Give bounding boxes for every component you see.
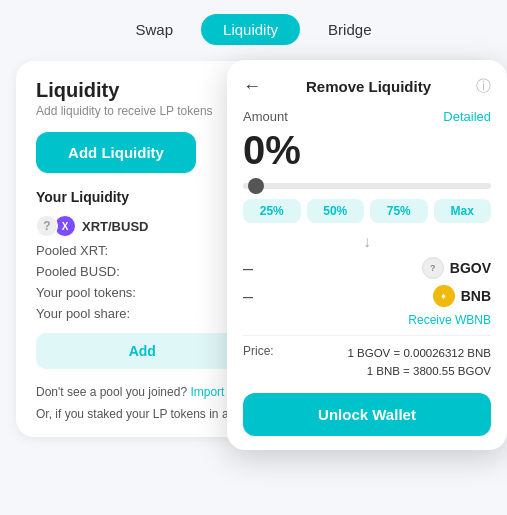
popup-header: ← Remove Liquidity ⓘ bbox=[243, 76, 491, 97]
popup-title: Remove Liquidity bbox=[306, 78, 431, 95]
price-row: Price: 1 BGOV = 0.00026312 BNB 1 BNB = 3… bbox=[243, 344, 491, 381]
price-line2: 1 BNB = 3800.55 BGOV bbox=[347, 362, 491, 380]
token2-right: ♦ BNB bbox=[433, 285, 491, 307]
page-subtitle: Add liquidity to receive LP tokens bbox=[36, 104, 213, 118]
bgov-icon: ? bbox=[422, 257, 444, 279]
percent-display: 0% bbox=[243, 128, 491, 173]
token2-name: BNB bbox=[461, 288, 491, 304]
token2-row: – ♦ BNB bbox=[243, 285, 491, 307]
bnb-icon: ♦ bbox=[433, 285, 455, 307]
question-icon: ? bbox=[36, 215, 58, 237]
pool-tokens-label: Your pool tokens: bbox=[36, 285, 136, 300]
tab-bridge[interactable]: Bridge bbox=[306, 14, 393, 45]
info-icon[interactable]: ⓘ bbox=[476, 77, 491, 96]
slider-track[interactable] bbox=[243, 183, 491, 189]
arrow-down-icon: ↓ bbox=[243, 233, 491, 251]
receive-wbnb-link[interactable]: Receive WBNB bbox=[243, 313, 491, 327]
pair-label: XRT/BUSD bbox=[82, 219, 148, 234]
detailed-link[interactable]: Detailed bbox=[443, 109, 491, 124]
page-title: Liquidity bbox=[36, 79, 213, 102]
price-values: 1 BGOV = 0.00026312 BNB 1 BNB = 3800.55 … bbox=[347, 344, 491, 381]
amount-label: Amount bbox=[243, 109, 288, 124]
amount-row: Amount Detailed bbox=[243, 109, 491, 124]
pair-icons: ? X bbox=[36, 215, 76, 237]
token1-row: – ? BGOV bbox=[243, 257, 491, 279]
token1-name: BGOV bbox=[450, 260, 491, 276]
percent-buttons: 25% 50% 75% Max bbox=[243, 199, 491, 223]
percent-max-button[interactable]: Max bbox=[434, 199, 492, 223]
back-button[interactable]: ← bbox=[243, 76, 261, 97]
price-line1: 1 BGOV = 0.00026312 BNB bbox=[347, 344, 491, 362]
top-nav: Swap Liquidity Bridge bbox=[0, 0, 507, 55]
tab-swap[interactable]: Swap bbox=[114, 14, 196, 45]
add-liquidity-button[interactable]: Add Liquidity bbox=[36, 132, 196, 173]
token2-value: – bbox=[243, 286, 253, 307]
percent-50-button[interactable]: 50% bbox=[307, 199, 365, 223]
tab-liquidity[interactable]: Liquidity bbox=[201, 14, 300, 45]
card-title-block: Liquidity Add liquidity to receive LP to… bbox=[36, 79, 213, 118]
slider-thumb[interactable] bbox=[248, 178, 264, 194]
token1-value: – bbox=[243, 258, 253, 279]
pooled-busd-label: Pooled BUSD: bbox=[36, 264, 120, 279]
token1-right: ? BGOV bbox=[422, 257, 491, 279]
remove-liquidity-popup: ← Remove Liquidity ⓘ Amount Detailed 0% … bbox=[227, 60, 507, 450]
unlock-wallet-button[interactable]: Unlock Wallet bbox=[243, 393, 491, 436]
pool-share-label: Your pool share: bbox=[36, 306, 130, 321]
percent-75-button[interactable]: 75% bbox=[370, 199, 428, 223]
add-button[interactable]: Add bbox=[36, 333, 249, 369]
divider bbox=[243, 335, 491, 336]
pooled-xrt-label: Pooled XRT: bbox=[36, 243, 108, 258]
percent-25-button[interactable]: 25% bbox=[243, 199, 301, 223]
price-label: Price: bbox=[243, 344, 274, 358]
